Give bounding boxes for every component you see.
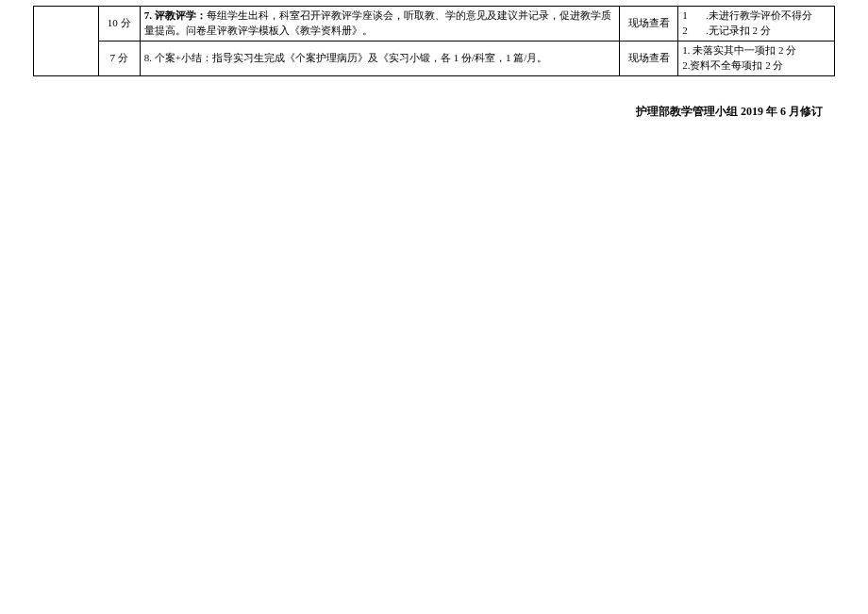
evaluation-table: 10 分 7. 评教评学：每组学生出科，科室召开评教评学座谈会，听取教、学的意见… <box>33 6 835 76</box>
criteria-text: .未进行教学评价不得分 <box>706 9 812 21</box>
criteria-line: 2 .无记录扣 2 分 <box>682 24 830 39</box>
criteria-cell: 1. 未落实其中一项扣 2 分 2.资料不全每项扣 2 分 <box>678 41 835 75</box>
desc-body: 每组学生出科，科室召开评教评学座谈会，听取教、学的意见及建议并记录，促进教学质量… <box>144 9 611 36</box>
description-cell: 8. 个案+小结：指导实习生完成《个案护理病历》及《实习小锻，各 1 份/科室，… <box>140 41 620 75</box>
score-cell: 7 分 <box>98 41 140 75</box>
criteria-line: 1. 未落实其中一项扣 2 分 <box>682 43 830 58</box>
description-cell: 7. 评教评学：每组学生出科，科室召开评教评学座谈会，听取教、学的意见及建议并记… <box>140 7 620 41</box>
table-row: 7 分 8. 个案+小结：指导实习生完成《个案护理病历》及《实习小锻，各 1 份… <box>34 41 835 75</box>
table-container: 10 分 7. 评教评学：每组学生出科，科室召开评教评学座谈会，听取教、学的意见… <box>0 0 868 76</box>
method-cell: 现场查看 <box>620 7 678 41</box>
footer-note: 护理部教学管理小组 2019 年 6 月修订 <box>636 104 823 120</box>
criteria-cell: 1 .未进行教学评价不得分 2 .无记录扣 2 分 <box>678 7 835 41</box>
empty-leading-cell <box>34 7 99 76</box>
desc-label: 7. 评教评学： <box>144 9 207 21</box>
method-cell: 现场查看 <box>620 41 678 75</box>
score-cell: 10 分 <box>98 7 140 41</box>
table-row: 10 分 7. 评教评学：每组学生出科，科室召开评教评学座谈会，听取教、学的意见… <box>34 7 835 41</box>
criteria-line: 1 .未进行教学评价不得分 <box>682 8 830 24</box>
criteria-text: .无记录扣 2 分 <box>706 25 771 36</box>
criteria-line: 2.资料不全每项扣 2 分 <box>682 58 830 74</box>
criteria-num: 2 <box>682 25 688 36</box>
criteria-num: 1 <box>682 9 688 21</box>
